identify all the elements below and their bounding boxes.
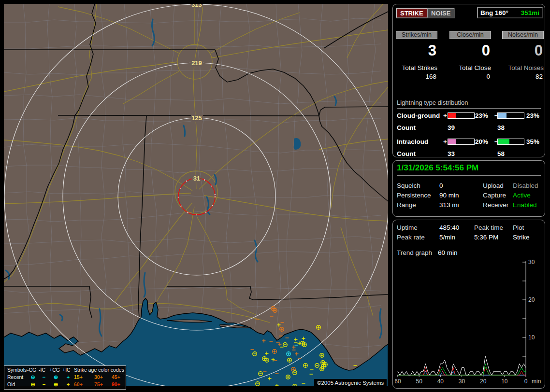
uptime-value: 485:40 xyxy=(439,224,459,231)
cg-negative-bar-fill xyxy=(498,113,507,118)
x-tick-label: 0 xyxy=(524,378,528,385)
ic-positive-count: 33 xyxy=(448,150,455,157)
plus-sign: + xyxy=(443,112,447,119)
trend-graph-row: Trend graph 60 min xyxy=(397,249,541,257)
cg-negative-count: 38 xyxy=(497,124,505,131)
range-label: Range xyxy=(397,201,416,209)
capture-status: Active xyxy=(513,192,531,199)
legend-grid: Symbols-CG-IC+CG+ICStrike age color code… xyxy=(4,366,126,388)
range-ring-label: 313 xyxy=(191,4,202,8)
status-row: Range 313 mi Receiver Enabled xyxy=(397,201,541,209)
app-window: 31321912531 Symbols-CG-IC+CG+ICStrike ag… xyxy=(0,0,550,392)
plot-label: Plot xyxy=(513,224,524,231)
total-close-label: Total Close xyxy=(449,64,491,71)
distribution-title: Lightning type distribution xyxy=(397,99,541,109)
strikes-counter: Strikes/min 3 Total Strikes 168 xyxy=(396,31,437,80)
trend-graph: 1020306050403020100min xyxy=(395,257,544,387)
legend-type-header: +CG xyxy=(49,366,62,374)
x-tick-label: 60 xyxy=(395,378,401,385)
cg-positive-count: 39 xyxy=(448,124,455,131)
capture-label: Capture xyxy=(483,192,506,199)
datetime-display: 1/31/2026 5:54:56 PM xyxy=(397,163,541,176)
squelch-label: Squelch xyxy=(397,182,420,189)
upload-label: Upload xyxy=(483,182,504,189)
ic-negative-bar-fill xyxy=(498,139,509,144)
strikes-per-min-label: Strikes/min xyxy=(396,31,437,39)
legend-type-header: -CG xyxy=(27,366,39,374)
trend-header-row: Uptime 485:40 Peak time Plot xyxy=(397,224,541,232)
peak-rate-value: 5/min xyxy=(439,234,455,241)
x-tick-label: 30 xyxy=(459,378,465,385)
strikes-per-min-value: 3 xyxy=(396,42,437,59)
ic-positive-bar xyxy=(448,139,475,145)
trend-series-intracloud-negative xyxy=(398,371,526,375)
cg-positive-bar-fill xyxy=(448,113,456,118)
x-tick-label: 50 xyxy=(416,378,422,385)
radar-map[interactable]: 31321912531 Symbols-CG-IC+CG+ICStrike ag… xyxy=(4,4,388,386)
legend-age-value: 15+ xyxy=(74,374,94,381)
ic-positive-bar-fill xyxy=(448,139,456,144)
plus-sign: + xyxy=(443,138,447,145)
cg-positive-pct: 23% xyxy=(475,112,488,119)
range-ring-label: 219 xyxy=(191,59,202,67)
pos-ic-icon: + xyxy=(62,381,74,388)
cg-negative-pct: 23% xyxy=(526,112,539,119)
legend-symbols-header: Symbols xyxy=(7,366,27,374)
legend-age-value: 30+ xyxy=(94,374,112,381)
stats-panel: STRIKE NOISE Bng 160° 351mi Strikes/min … xyxy=(392,4,545,157)
receiver-label: Receiver xyxy=(483,201,508,209)
x-tick-label: 10 xyxy=(501,378,508,385)
trend-window-value: 60 min xyxy=(438,249,458,256)
trend-graph-label: Trend graph xyxy=(397,249,432,256)
bearing-readout: Bng 160° 351mi xyxy=(477,7,543,18)
sidebar: STRIKE NOISE Bng 160° 351mi Strikes/min … xyxy=(391,0,550,392)
ic-negative-count: 58 xyxy=(497,150,505,157)
legend-row-label: Old xyxy=(7,381,27,388)
uptime-label: Uptime xyxy=(397,224,418,231)
persistence-label: Persistence xyxy=(397,192,431,199)
intracloud-row: Intracloud + 20% − 35% xyxy=(397,138,543,145)
strike-toggle-button[interactable]: STRIKE xyxy=(396,8,428,18)
peak-rate-label: Peak rate xyxy=(397,234,425,241)
total-close-value: 0 xyxy=(449,73,491,80)
range-value: 313 mi xyxy=(439,201,459,209)
intracloud-count-row: Count 33 58 xyxy=(397,150,543,157)
legend-type-header: -IC xyxy=(39,366,49,374)
status-panel: 1/31/2026 5:54:56 PM Squelch 0 Upload Di… xyxy=(392,160,545,217)
cloud-ground-label: Cloud-ground xyxy=(397,112,440,119)
cg-negative-bar xyxy=(497,112,524,119)
legend-age-header: Strike age color codes xyxy=(74,366,127,374)
trend-series-intracloud-positive xyxy=(398,364,526,375)
trend-values-row: Peak rate 5/min 5:36 PM Strike xyxy=(397,234,541,241)
squelch-value: 0 xyxy=(439,182,443,189)
y-tick-label: 30 xyxy=(528,259,535,266)
ic-negative-pct: 35% xyxy=(526,138,539,145)
noise-toggle-button[interactable]: NOISE xyxy=(427,8,455,18)
pos-cg-icon: ⊕ xyxy=(49,381,62,388)
close-per-min-value: 0 xyxy=(449,42,491,59)
legend-age-value: 90+ xyxy=(112,381,127,388)
ic-positive-pct: 20% xyxy=(475,138,488,145)
total-strikes-label: Total Strikes xyxy=(396,64,437,71)
intracloud-label: Intracloud xyxy=(397,138,428,145)
plot-mode-value: Strike xyxy=(513,234,530,241)
map-legend: Symbols-CG-IC+CG+ICStrike age color code… xyxy=(4,365,126,390)
upload-status: Disabled xyxy=(513,182,538,189)
noises-per-min-value: 0 xyxy=(502,42,544,59)
total-strikes-value: 168 xyxy=(396,73,437,80)
noises-counter: Noises/min 0 Total Noises 82 xyxy=(502,31,544,80)
receiver-status: Enabled xyxy=(513,201,537,209)
legend-age-value: 45+ xyxy=(112,374,127,381)
neg-ic-icon: − xyxy=(39,381,49,388)
total-noises-label: Total Noises xyxy=(502,64,544,71)
bearing-value: 351mi xyxy=(521,9,539,16)
y-tick-label: 20 xyxy=(528,296,535,303)
map-canvas: 31321912531 xyxy=(4,4,388,386)
neg-cg-icon: ⊖ xyxy=(27,381,39,388)
y-tick-label: 10 xyxy=(528,334,535,341)
legend-type-header: +IC xyxy=(62,366,74,374)
ic-negative-bar xyxy=(497,139,524,145)
x-axis-unit: min xyxy=(532,378,541,385)
trend-series-total-strikes xyxy=(398,356,526,375)
bearing-label: Bng 160° xyxy=(480,9,508,16)
